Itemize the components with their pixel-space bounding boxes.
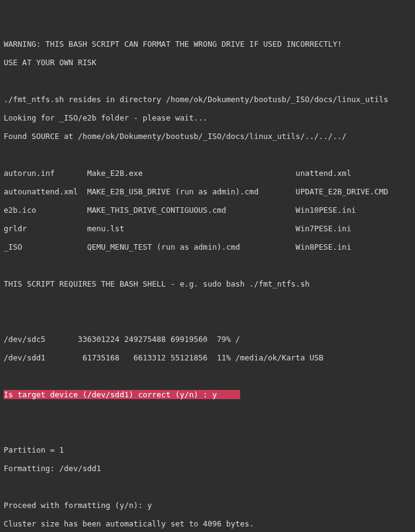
terminal-line: Partition = 1 [4, 445, 64, 455]
terminal-line: Cluster size has been automatically set … [4, 519, 254, 528]
terminal-line: autorun.inf Make_E2B.exe unattend.xml [4, 169, 351, 178]
terminal-line: _ISO QEMU_MENU_TEST (run as admin).cmd W… [4, 242, 351, 252]
terminal-line: e2b.ico MAKE_THIS_DRIVE_CONTIGUOUS.cmd W… [4, 205, 356, 215]
terminal-line: grldr menu.lst Win7PESE.ini [4, 224, 351, 233]
terminal-line: Found SOURCE at /home/ok/Dokumenty/bootu… [4, 132, 347, 141]
terminal-line: Looking for _ISO/e2b folder - please wai… [4, 113, 208, 122]
terminal-line: Proceed with formatting (y/n): y [4, 501, 152, 510]
terminal-line: autounattend.xml MAKE_E2B_USB_DRIVE (run… [4, 187, 389, 196]
terminal-line: USE AT YOUR OWN RISK [4, 58, 97, 67]
terminal-line: ./fmt_ntfs.sh resides in directory /home… [4, 95, 389, 104]
confirm-prompt[interactable]: Is target device (/dev/sdd1) correct (y/… [4, 390, 240, 399]
terminal-line: WARNING: THIS BASH SCRIPT CAN FORMAT THE… [4, 39, 342, 49]
terminal-line: /dev/sdc5 336301224 249275488 69919560 7… [4, 335, 240, 344]
terminal-line: /dev/sdd1 61735168 6613312 55121856 11% … [4, 353, 323, 362]
terminal-line: THIS SCRIPT REQUIRES THE BASH SHELL - e.… [4, 279, 310, 288]
terminal-line: Formatting: /dev/sdd1 [4, 464, 101, 473]
